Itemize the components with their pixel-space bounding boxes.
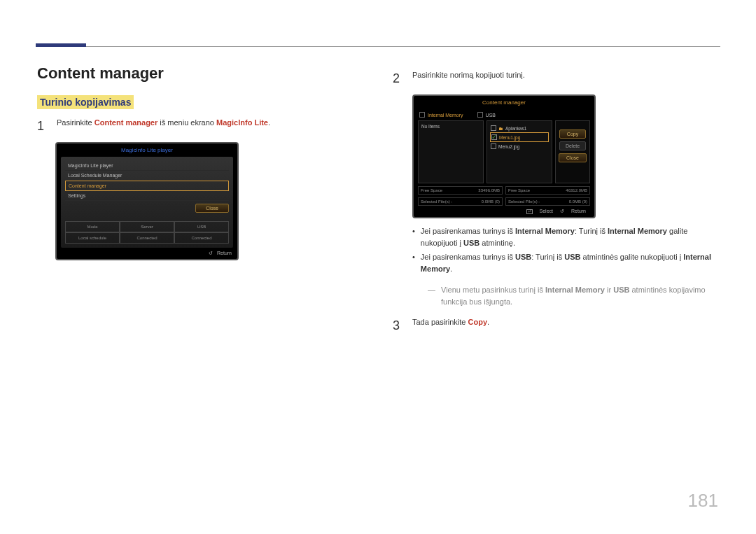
radio-icon	[477, 112, 483, 118]
tab-label: USB	[486, 113, 496, 118]
kw: Internal Memory	[545, 286, 605, 294]
dash-icon: ―	[428, 284, 435, 307]
file-name: Aplankas1	[505, 126, 526, 131]
ss2-title: Content manager	[414, 96, 594, 109]
return-icon	[209, 251, 214, 255]
selected-left: Selected File(s) :0.0MB (0)	[418, 197, 503, 206]
step-text: Pasirinkite Content manager iš meniu ekr…	[57, 118, 270, 135]
free-space-row: Free Space33496.0MB Free Space46312.0MB	[418, 186, 590, 195]
free-space-left: Free Space33496.0MB	[418, 186, 503, 195]
step-number: 3	[393, 317, 404, 335]
kw: USB	[463, 239, 479, 247]
select-label: Select	[540, 209, 553, 213]
status-cell: USB	[174, 221, 229, 232]
step-text: Tada pasirinkite Copy.	[412, 317, 489, 335]
file-columns: No Items 🖿Aplankas1 Menu1.jpg Menu2.jpg …	[418, 120, 590, 183]
status-bar: Mode Server USB	[65, 221, 229, 232]
menu-item: MagicInfo Lite player	[65, 161, 229, 171]
free-space-right: Free Space46312.0MB	[505, 186, 590, 195]
bullet-text: Jei pasirenkamas turinys iš USB: Turinį …	[421, 251, 722, 274]
page-number: 181	[688, 490, 718, 512]
menu-item: Local Schedule Manager	[65, 171, 229, 181]
t: : Turinį iš	[531, 253, 564, 261]
t: Tada pasirinkite	[412, 318, 468, 326]
kw-content-manager: Content manager	[94, 118, 158, 127]
kw: Internal Memory	[608, 227, 667, 235]
section-title: Turinio kopijavimas	[37, 95, 134, 109]
kw: USB	[564, 253, 580, 261]
status-cell: Local schedule	[65, 232, 120, 244]
kw-copy: Copy	[468, 318, 488, 326]
value: 0.0MB (0)	[482, 199, 500, 204]
ss1-body: MagicInfo Lite player Local Schedule Man…	[61, 157, 233, 248]
t: : Turinį iš	[575, 227, 608, 235]
note-text: Vienu metu pasirinkus turinį iš Internal…	[441, 284, 722, 307]
page-title: Content manager	[37, 64, 366, 83]
bullet-2: • Jei pasirenkamas turinys iš USB: Turin…	[412, 251, 722, 274]
action-buttons: Copy Delete Close	[557, 122, 588, 162]
delete-button: Delete	[559, 141, 586, 150]
return-hint: Return	[560, 209, 586, 213]
value: 0.0MB (0)	[569, 199, 587, 204]
bullet-text: Jei pasirenkamas turinys iš Internal Mem…	[421, 225, 722, 248]
close-row: Close	[65, 201, 229, 216]
tab-internal-memory: Internal Memory	[419, 112, 463, 118]
file-row: Menu2.jpg	[490, 142, 549, 150]
kw: Internal Memory	[515, 227, 575, 235]
label: Free Space	[421, 188, 442, 192]
close-button: Close	[559, 153, 587, 162]
kw: USB	[515, 253, 531, 261]
screenshot-content-manager: Content manager Internal Memory USB No I…	[412, 94, 596, 218]
return-label: Return	[571, 209, 586, 213]
return-label: Return	[217, 251, 232, 255]
bullet-list: • Jei pasirenkamas turinys iš Internal M…	[412, 225, 722, 274]
label: Free Space	[508, 188, 530, 192]
internal-column: No Items	[418, 120, 484, 183]
action-column: Copy Delete Close	[555, 120, 590, 183]
checkbox-checked-icon	[491, 134, 497, 140]
header-accent	[36, 43, 86, 47]
status-cell: Connected	[174, 232, 229, 244]
ss1-title: MagicInfo Lite player	[57, 143, 237, 157]
bullet-icon: •	[412, 251, 415, 274]
step-2: 2 Pasirinkite norimą kopijuoti turinį.	[393, 70, 722, 87]
menu-item-selected: Content manager	[65, 181, 229, 191]
t: iš meniu ekrano	[158, 118, 216, 127]
folder-icon: 🖿	[498, 126, 503, 131]
status-cell: Mode	[65, 221, 120, 232]
bullet-1: • Jei pasirenkamas turinys iš Internal M…	[412, 225, 722, 248]
menu-item: Settings	[65, 191, 229, 201]
radio-icon	[419, 112, 425, 118]
ss2-footer: Select Return	[414, 206, 594, 214]
step-3: 3 Tada pasirinkite Copy.	[393, 317, 722, 335]
t: ir	[605, 286, 613, 294]
select-hint: Select	[521, 209, 553, 213]
status-bar2: Local schedule Connected Connected	[65, 232, 229, 244]
left-column: Content manager Turinio kopijavimas 1 Pa…	[37, 64, 366, 260]
bullet-icon: •	[412, 225, 415, 248]
tab-usb: USB	[477, 112, 496, 118]
t: .	[450, 265, 452, 273]
t: Vienu metu pasirinkus turinį iš	[441, 286, 545, 294]
file-name: Menu2.jpg	[498, 144, 519, 149]
t: atmintinę.	[479, 239, 515, 247]
t: Jei pasirenkamas turinys iš	[421, 227, 515, 235]
source-tabs: Internal Memory USB	[414, 109, 594, 120]
status-cell: Server	[120, 221, 174, 232]
tab-label: Internal Memory	[428, 113, 463, 118]
close-button: Close	[195, 204, 229, 213]
t: Pasirinkite	[57, 118, 94, 127]
ss1-footer: Return	[57, 248, 237, 256]
file-row: 🖿Aplankas1	[490, 124, 549, 132]
label: Selected File(s) :	[508, 199, 540, 204]
status-cell: Connected	[120, 232, 174, 244]
file-row-selected: Menu1.jpg	[490, 132, 549, 142]
right-column: 2 Pasirinkite norimą kopijuoti turinį. C…	[393, 70, 722, 342]
t: .	[268, 118, 270, 127]
file-name: Menu1.jpg	[499, 135, 520, 140]
label: Selected File(s) :	[421, 199, 452, 204]
header-rule	[36, 46, 720, 47]
t: atmintinės galite nukopijuoti į	[581, 253, 684, 261]
kw: USB	[613, 286, 629, 294]
selected-right: Selected File(s) :0.0MB (0)	[505, 197, 590, 206]
